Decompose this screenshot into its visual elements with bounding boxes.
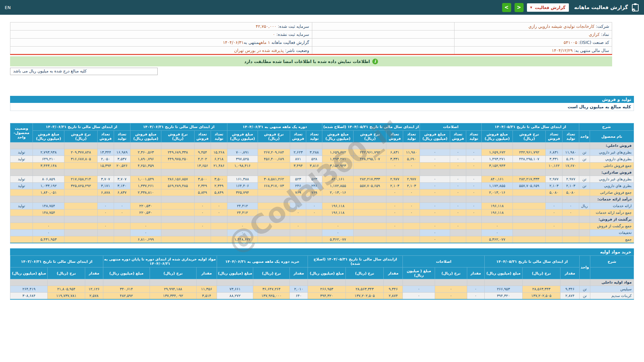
data-cell [579,223,590,230]
column-group-header: واحد [580,256,590,279]
group-row-cell [484,279,522,286]
data-cell: ۲۴۶ [290,183,306,189]
next-report-button[interactable]: > [515,3,524,12]
column-group-header: شرح [579,123,634,131]
data-cell: ۱,۱۷۲,۸۵۵ [322,183,354,189]
data-cell: ۵۵۷,۷۰۵,۶۵۹ [354,183,386,189]
data-cell: ۰ [227,230,258,236]
data-cell: ۳,۵۳۷ [114,156,130,163]
data-cell: ۳,۵۰۰ [211,176,227,183]
data-cell: ۸۴۰,۱۶۱ [322,176,354,183]
group-row-cell [194,216,211,223]
group-row-cell [211,216,227,223]
data-cell: ۴,۲۵۱,۳۵۹ [130,163,161,169]
data-cell [562,223,579,230]
data-cell: ۳۶,۶۴۷,۲۶۴ [253,286,290,293]
column-header: نرخ فروش (ریال) [513,131,546,142]
group-row-cell [217,279,253,286]
data-cell: ۰ [211,209,227,216]
data-cell: ۱۹۶,۱۱۸ [482,203,513,209]
data-cell: ۲,۱۰۳ [386,183,403,189]
data-cell: ۲۸۲,۲۱۷,۳۳۳ [354,176,386,183]
data-cell: ۰ [290,203,306,209]
group-row-cell [354,216,386,223]
data-cell: ۰ [450,203,466,209]
group-row-cell [420,142,450,149]
data-cell: ۵۲۳ [290,176,306,183]
data-cell [258,209,290,216]
data-cell: ۱۴۸,۷۵۴ [33,203,64,209]
company-info-table: شرکت: کارخانجات توليدي شيشه دارويي رازيس… [10,22,612,55]
language-toggle-en[interactable]: EN [5,5,11,10]
group-row-label: فروش صادراتی: [590,169,634,176]
amounts-unit-tab[interactable]: کلیه مبالغ درج شده به میلیون ریال می باش… [10,68,158,75]
column-header: مبلغ (میلیون ریال) [10,267,48,279]
data-cell: ۹,۴۵۴ [194,149,211,156]
column-header: مقدار [290,267,308,279]
group-row-cell [450,142,466,149]
group-row-cell [386,142,403,149]
row-label-cell: جمع برگشت از فروش [590,223,634,230]
data-cell: ۲۴,۴۱۲ [227,203,258,209]
data-cell: ۱۶۱,۳۸۸ [227,176,258,183]
report-type-dropdown[interactable]: گزارش فعالیت ▼ [527,3,569,12]
data-cell: ۰ [562,203,579,209]
data-cell: ۹,۳۴۶ [560,286,579,293]
data-cell: ۱۳۷,۲۰۲,۵۰۵ [346,293,384,300]
data-cell: ۲,۱۰۳ [403,183,420,189]
row-label-cell: بطري هاي دارويي [590,183,634,189]
data-cell: ۵,۸۴۹ [194,189,211,196]
data-cell: ۰ [450,149,466,156]
column-header: نرخ (ریال) [522,267,560,279]
group-row-cell [384,279,403,286]
column-header: مقدار [560,267,579,279]
group-row-cell [194,196,211,203]
data-cell: ۳۹۴,۳۲۰ [308,293,346,300]
info-cell: سال مالی منتهی به: ۱۴۰۴/۱۲/۲۹ [454,47,612,55]
production-sales-subtitle: کلیه مبالغ به میلیون ریال است [10,103,634,111]
group-row-cell [546,142,562,149]
group-row-cell [10,142,33,149]
data-cell: ۰ [466,203,481,209]
data-cell [258,230,290,236]
data-cell [64,209,97,216]
data-cell: ۰ [546,223,562,230]
group-row-cell [403,216,420,223]
group-row-cell [258,142,290,149]
group-row: مواد اولیه داخلی [10,279,634,286]
info-label: وضعیت ناشر: [284,48,309,53]
data-cell: ۲۸,۵۶۳,۳۴۳ [346,286,384,293]
column-group-header: از ابتدای سال مالی تا تاریخ ۱۴۰۴/۰۶/۳۱ [130,123,227,131]
group-row-cell [64,169,97,176]
group-row-cell [227,196,258,203]
data-cell: ۳,۱۵۲,۹۴۳ [482,163,513,169]
data-cell: ۲۴۹,۶۸۹,۳۳۸ [161,149,194,156]
data-cell [513,236,546,243]
production-sales-table: شرحاز ابتدای سال مالی تا تاریخ ۱۴۰۴/۰۵/۳… [10,123,634,243]
group-row-cell [466,169,481,176]
data-cell: ۰ [450,163,466,169]
data-cell: ۰ [114,209,130,216]
data-cell: ۵,۰۸۰ [546,189,562,196]
previous-report-button[interactable]: < [502,3,511,12]
group-row-cell [64,216,97,223]
data-cell: ۰ [33,230,64,236]
data-cell: ۱۲,۱۲۶ [85,286,103,293]
data-cell: ۷۶۹ [306,189,322,196]
data-cell: ۱,۱۷۲,۸۵۵ [482,183,513,189]
data-cell: ۲۸۲,۲۱۷,۳۳۳ [513,176,546,183]
data-cell: ۰ [420,176,450,183]
data-cell: ۰ [420,223,450,230]
column-header: مبلغ فروش (میلیون ریال) [130,131,161,142]
info-row: نماد: کرازيسرمایه ثبت نشده: ۰ [10,31,612,39]
company-info-section: شرکت: کارخانجات توليدي شيشه دارويي رازيس… [10,22,634,75]
data-cell: ۲,۸۷۴ [384,293,403,300]
group-row-cell [482,196,513,203]
data-cell [258,203,290,209]
group-row-cell [10,196,33,203]
data-cell: ۰ [420,156,450,163]
group-row-cell [403,169,420,176]
column-group-header: ازابتدای سال مالی تا تاریخ ۱۴۰۴/۰۵/۳۱ (ا… [308,256,403,267]
data-cell [579,236,590,243]
table-row: تخفیفات۰۰۰۰۰۰ [10,230,634,236]
